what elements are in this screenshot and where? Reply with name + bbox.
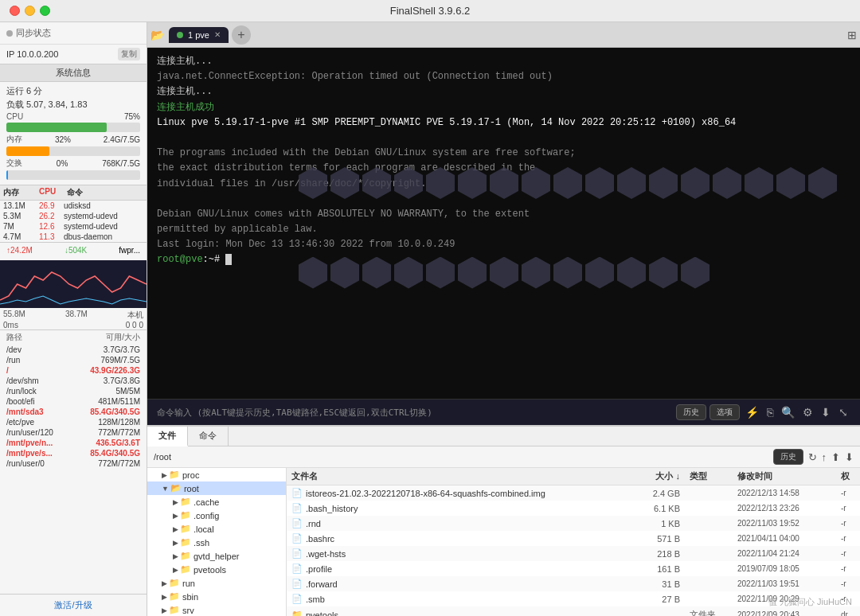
close-button[interactable]	[10, 6, 20, 16]
tree-sbin[interactable]: ▶ 📁 sbin	[147, 590, 286, 603]
memory-label: 内存	[6, 134, 22, 145]
cmd-input-buttons: 历史 选项 ⚡ ⎘ 🔍 ⚙ ⬇ ⤡	[676, 404, 850, 420]
file-upload-btn[interactable]: ⬆	[831, 451, 840, 463]
disk-path-bootefi: /boot/efi	[6, 397, 78, 406]
copy-icon-btn[interactable]: ⎘	[764, 404, 776, 420]
grid-icon[interactable]: ⊞	[847, 29, 857, 41]
sidebar: 同步状态 IP 10.0.0.200 复制 系统信息 运行 6 分 负载 5.0…	[0, 22, 147, 616]
file-row-2[interactable]: 📄.rnd 1 KB 2022/11/03 19:52 -r	[287, 516, 860, 531]
tree-cache-label: .cache	[194, 497, 219, 507]
disk-path-sda3: /mnt/sda3	[6, 407, 78, 416]
file-name-6: 📄.forward	[287, 577, 625, 591]
file-header-perm: 权	[836, 468, 860, 485]
tree-root[interactable]: ▼ 📂 root	[147, 481, 286, 495]
tree-pvetools[interactable]: ▶ 📁 pvetools	[147, 563, 286, 576]
file-name-7: 📄.smb	[287, 592, 625, 606]
sync-status: 同步状态	[6, 27, 51, 39]
file-row-5[interactable]: 📄.profile 161 B 2019/07/09 18:05 -r	[287, 561, 860, 576]
tree-gvtd-label: gvtd_helper	[194, 552, 240, 561]
file-row-0[interactable]: 📄istoreos-21.02.3-2022120718-x86-64-squa…	[287, 485, 860, 501]
network-section: ↑24.2M ↓504K fwpr...	[0, 242, 147, 259]
tree-sbin-label: sbin	[182, 592, 198, 602]
file-up-btn[interactable]: ↑	[822, 451, 827, 463]
tree-config[interactable]: ▶ 📁 .config	[147, 509, 286, 522]
maximize-button[interactable]	[40, 6, 50, 16]
disk-header: 路径 可用/大小	[6, 332, 140, 343]
file-type-2	[685, 522, 733, 525]
tree-cache[interactable]: ▶ 📁 .cache	[147, 495, 286, 509]
settings-icon-btn[interactable]: ⚙	[800, 404, 815, 420]
file-icon-7: 📄	[291, 594, 303, 604]
file-icon-2: 📄	[291, 518, 303, 528]
file-type-0	[685, 492, 733, 495]
disk-size-root: 43.9G/226.3G	[90, 366, 140, 375]
option-button[interactable]: 选项	[710, 404, 740, 420]
tree-srv[interactable]: ▶ 📁 srv	[147, 603, 286, 616]
tree-local[interactable]: ▶ 📁 .local	[147, 522, 286, 536]
file-date-3: 2021/04/11 04:00	[733, 532, 836, 544]
tree-ssh[interactable]: ▶ 📁 .ssh	[147, 536, 286, 549]
minimize-button[interactable]	[25, 6, 35, 16]
tree-proc[interactable]: ▶ 📁 proc	[147, 468, 286, 481]
sidebar-header: 同步状态	[0, 22, 147, 45]
file-panel-tabs: 文件 命令	[147, 427, 860, 446]
proc-cpu-2: 12.6	[36, 222, 64, 231]
tab-command[interactable]: 命令	[188, 427, 229, 446]
right-panel: 📂 1 pve ✕ + ⊞ 连接主机... java.net.ConnectEx…	[147, 22, 860, 616]
tab-pve[interactable]: 1 pve ✕	[169, 27, 229, 43]
tab-file[interactable]: 文件	[147, 427, 188, 446]
file-date-0: 2022/12/13 14:58	[733, 487, 836, 499]
cpu-progress-bar	[6, 123, 107, 132]
history-button[interactable]: 历史	[676, 404, 706, 420]
tree-gvtd[interactable]: ▶ 📁 gvtd_helper	[147, 549, 286, 563]
file-name-5: 📄.profile	[287, 562, 625, 575]
file-download-btn[interactable]: ⬇	[845, 451, 854, 463]
ip-row: IP 10.0.0.200 复制	[0, 45, 147, 64]
swap-label: 交换	[6, 158, 22, 169]
file-list: 文件名 大小 ↓ 类型 修改时间 权 📄istoreos-21.02.3-202…	[287, 468, 860, 616]
file-row-3[interactable]: 📄.bashrc 571 B 2021/04/11 04:00 -r	[287, 531, 860, 546]
proc-cmd-3: dbus-daemon	[64, 232, 147, 241]
file-row-4[interactable]: 📄.wget-hsts 218 B 2022/11/04 21:24 -r	[287, 546, 860, 561]
term-line-5	[157, 131, 850, 146]
tree-run[interactable]: ▶ 📁 run	[147, 576, 286, 590]
term-line-6: The programs included with the Debian GN…	[157, 146, 850, 161]
memory-percent: 32%	[55, 135, 71, 144]
file-history-button[interactable]: 历史	[773, 449, 803, 465]
memory-progress-container	[6, 146, 140, 156]
disk-path-devshm: /dev/shm	[6, 376, 78, 385]
file-icon-3: 📄	[291, 533, 303, 544]
sync-label: 同步状态	[16, 27, 51, 39]
activate-button[interactable]: 激活/升级	[54, 599, 92, 611]
watermark-text: 值 九狐问心 JiuHuCN	[768, 597, 852, 606]
file-size-3: 571 B	[625, 532, 685, 545]
search-icon-btn[interactable]: 🔍	[779, 404, 797, 420]
folder-ssh-icon: 📁	[180, 537, 191, 548]
download-icon-btn[interactable]: ⬇	[819, 404, 833, 420]
term-line-8: individual files in /usr/share/doc/*/cop…	[157, 177, 850, 192]
term-prompt: root@pve:~#	[157, 252, 850, 267]
file-refresh-btn[interactable]: ↻	[808, 451, 817, 463]
file-perm-2: -r	[836, 517, 860, 529]
terminal[interactable]: 连接主机... java.net.ConnectException: Opera…	[147, 48, 860, 399]
swap-percent: 0%	[57, 159, 68, 168]
file-row-6[interactable]: 📄.forward 31 B 2022/11/03 19:51 -r	[287, 576, 860, 591]
proc-cpu-1: 26.2	[36, 212, 64, 220]
net-traffic-row: ↑24.2M ↓504K fwpr...	[6, 246, 140, 255]
sys-info-header: 系统信息	[0, 64, 147, 82]
maximize-icon-btn[interactable]: ⤡	[836, 404, 850, 420]
file-row-1[interactable]: 📄.bash_history 6.1 KB 2022/12/13 23:26 -…	[287, 501, 860, 516]
disk-row-bootefi: /boot/efi 481M/511M	[6, 396, 140, 407]
terminal-cursor	[225, 254, 232, 265]
tab-close-button[interactable]: ✕	[214, 30, 221, 39]
tab-add-button[interactable]: +	[232, 25, 251, 45]
proc-cmd-2: systemd-udevd	[64, 222, 147, 231]
proc-mem-3: 4.7M	[0, 232, 36, 241]
disk-row-mntpves: /mnt/pve/s... 85.4G/340.5G	[6, 448, 140, 458]
file-panel: 文件 命令 /root 历史 ↻ ↑ ⬆ ⬇ ▶	[147, 425, 860, 616]
file-date-4: 2022/11/04 21:24	[733, 548, 836, 559]
disk-row-runlock: /run/lock 5M/5M	[6, 386, 140, 396]
net-process: fwpr...	[119, 246, 140, 255]
copy-button[interactable]: 复制	[118, 48, 140, 60]
lightning-icon-btn[interactable]: ⚡	[743, 404, 761, 420]
